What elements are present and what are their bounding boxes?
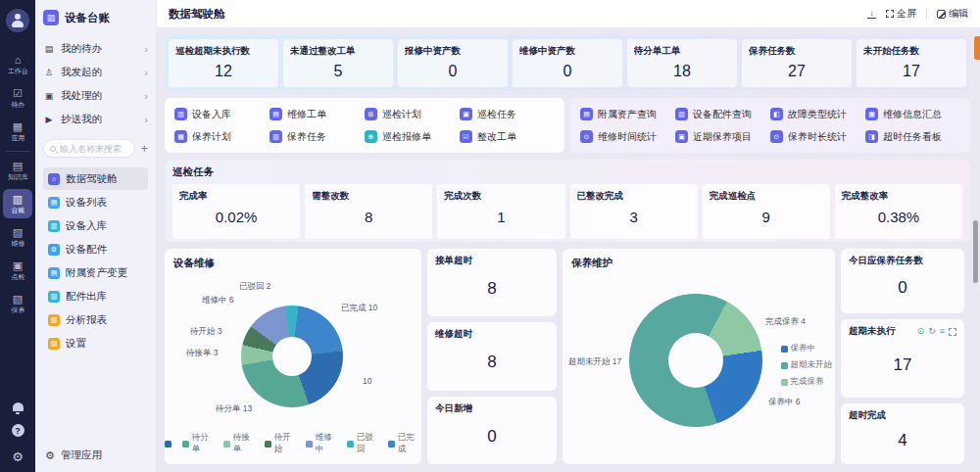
inspection-stat-card[interactable]: 完成次数 1 [437,184,564,239]
sidebar-nav-item[interactable]: ▥ 设备入库 [43,214,148,237]
repair-donut-chart[interactable] [241,306,343,407]
quick-link[interactable]: ◨ 超时任务看板 [865,128,960,145]
quick-link[interactable]: ⊙ 保养时长统计 [770,128,865,145]
quick-link-icon: ⊕ [365,130,377,143]
quick-link-icon: ▣ [675,130,688,143]
legend-item[interactable]: 已完成 [388,432,421,455]
quick-link[interactable]: ☑ 整改工单 [460,128,555,145]
quick-link-icon: ⊞ [365,108,377,120]
legend-item[interactable]: 保养中 [781,343,833,354]
maintenance-kpi-column: 今日应保养任务数 0 超期未执行 ⊙ ↻ ≡ [841,249,964,464]
stat-card[interactable]: 巡检超期未执行数 12 [169,39,278,87]
legend-item[interactable]: 待分单 [182,432,216,455]
legend-item[interactable]: 超期未开始 [781,359,833,371]
rail-module-item[interactable]: ⌂ 工作台 [3,50,32,79]
rail-module-item[interactable]: ☑ 待办 [3,83,32,113]
download-button[interactable]: ↓ [867,10,876,19]
refresh-icon[interactable]: ↻ [928,327,936,336]
kpi-card-overdue[interactable]: 超期未执行 ⊙ ↻ ≡ 17 [841,319,964,398]
legend-item[interactable]: 待接单 [223,432,257,455]
inspection-section: 巡检任务 完成率 0.02% 需整改数 8 完成次数 1 已整改完成 [165,160,970,242]
quick-link[interactable]: ▣ 巡检任务 [460,106,555,122]
quick-link[interactable]: ▦ 维修信息汇总 [865,106,960,122]
sidebar-nav-item[interactable]: ⌂ 数据驾驶舱 [43,167,148,190]
list-icon[interactable]: ≡ [940,327,945,336]
module-label: 知识库 [8,172,28,181]
quick-link[interactable]: ▥ 设备入库 [174,106,270,122]
floating-assistant-widget[interactable] [974,36,980,60]
user-avatar[interactable] [6,9,29,32]
stat-card[interactable]: 待分单工单 18 [627,39,737,87]
stat-card[interactable]: 报修中资产数 0 [398,39,508,87]
sidebar-nav-item[interactable]: ⚙ 设备配件 [43,238,148,260]
inspection-stat-card[interactable]: 需整改数 8 [305,184,432,239]
kpi-label: 接单超时 [435,255,549,267]
stat-card[interactable]: 未通过整改工单 5 [283,39,393,87]
sidebar-menu-item[interactable]: ♙ 我发起的 › [43,61,148,84]
rail-bottom: ? ⚙ [12,402,24,464]
legend-swatch [781,362,788,369]
legend-label: 完成保养 [791,376,824,388]
expand-icon[interactable] [949,328,956,336]
stat-label: 需整改数 [312,190,425,203]
sidebar-nav-item[interactable]: ▨ 分析报表 [43,308,148,331]
legend-item[interactable]: 完成保养 [781,376,833,388]
rail-module-item[interactable]: ▥ 台账 [3,189,32,218]
status-icon[interactable]: ⊙ [917,327,925,336]
legend-item[interactable]: 维修中 [306,432,339,455]
kpi-card[interactable]: 今日新增 0 [427,397,557,464]
nav-item-label: 数据驾驶舱 [66,172,118,186]
search-box[interactable] [43,139,135,158]
inspection-stat-card[interactable]: 已整改完成 3 [570,184,698,239]
quick-link[interactable]: ▣ 近期保养项目 [675,128,770,145]
quick-link[interactable]: ⊕ 巡检报修单 [365,128,460,145]
quick-link[interactable]: ▤ 维修工单 [270,106,365,122]
legend-item[interactable]: 已驳回 [347,432,380,455]
kpi-card[interactable]: 维修超时 8 [427,322,557,390]
scrollbar-thumb[interactable] [973,220,978,283]
kpi-card[interactable]: 接单超时 8 [427,249,557,316]
rail-module-item[interactable]: ▧ 保养 [3,289,32,318]
rail-module-item[interactable]: ▤ 知识库 [3,156,32,185]
kpi-label: 今日应保养任务数 [849,255,923,267]
legend-item[interactable] [165,432,174,455]
quick-link[interactable]: ▥ 保养任务 [270,128,365,145]
quick-link[interactable]: ⊙ 维修时间统计 [580,128,675,145]
kpi-card[interactable]: 超时完成 4 [841,403,964,464]
rail-module-item[interactable]: ▨ 维修 [3,222,32,252]
quick-link-icon: ▤ [580,108,593,120]
inspection-stat-card[interactable]: 完成率 0.02% [172,184,300,239]
inspection-stat-card[interactable]: 完成巡检点 9 [703,184,830,239]
quick-link[interactable]: ▦ 保养计划 [174,128,270,145]
notifications-bell-icon[interactable] [13,402,24,411]
add-button[interactable]: + [140,142,148,155]
rail-module-item[interactable]: ▣ 点检 [3,256,32,285]
quick-link[interactable]: ◧ 故障类型统计 [770,106,865,122]
help-icon[interactable]: ? [12,424,24,437]
quick-link[interactable]: ▤ 附属资产查询 [580,106,675,122]
manage-app-button[interactable]: ⚙ 管理应用 [43,443,148,464]
kpi-card[interactable]: 今日应保养任务数 0 [841,249,964,313]
sidebar-menu-item[interactable]: ▤ 我的待办 › [43,37,148,61]
stat-card[interactable]: 维修中资产数 0 [513,39,622,87]
quick-link[interactable]: ▥ 设备配件查询 [675,106,770,122]
maintenance-donut-chart[interactable] [629,294,762,427]
sidebar-nav-item[interactable]: ▨ 设置 [43,332,148,354]
sidebar-nav-item[interactable]: ▤ 附属资产变更 [43,261,148,284]
nav-item-icon: ⚙ [48,244,60,256]
legend-swatch [182,441,189,448]
rail-module-item[interactable]: ▦ 应用 [3,117,32,146]
sidebar-menu-item[interactable]: ▶ 抄送我的 › [43,108,148,131]
stat-card[interactable]: 未开始任务数 17 [857,39,966,87]
inspection-stat-card[interactable]: 完成整改率 0.38% [835,184,962,239]
settings-gear-icon[interactable]: ⚙ [12,449,24,464]
legend-item[interactable]: 待开始 [265,432,298,455]
edit-button[interactable]: 编辑 [937,7,968,21]
search-input[interactable] [60,144,128,154]
sidebar-nav-item[interactable]: ▥ 配件出库 [43,285,148,307]
sidebar-nav-item[interactable]: ▤ 设备列表 [43,191,148,213]
sidebar-menu-item[interactable]: ▣ 我处理的 › [43,84,148,108]
stat-card[interactable]: 保养任务数 27 [742,39,852,87]
fullscreen-button[interactable]: 全屏 [886,7,916,21]
quick-link[interactable]: ⊞ 巡检计划 [365,106,460,122]
